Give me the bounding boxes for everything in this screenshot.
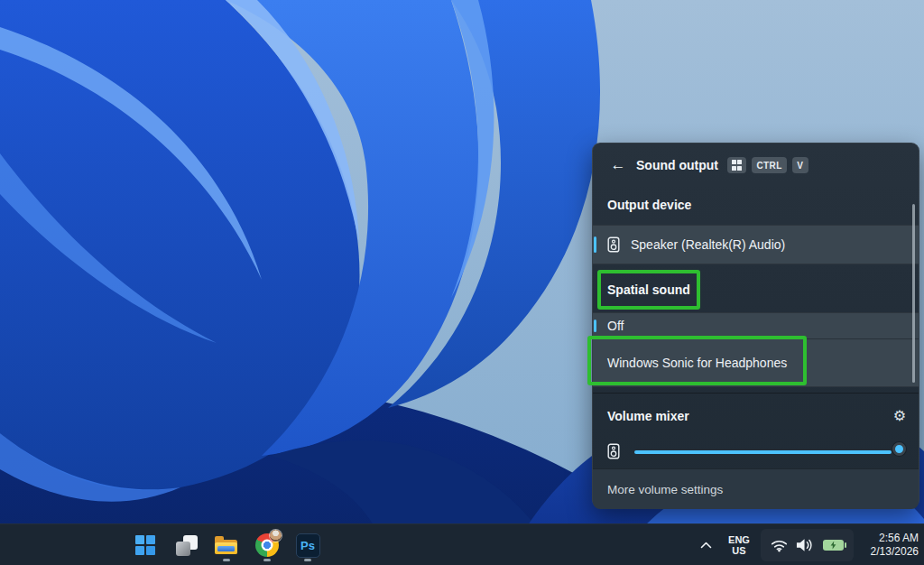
volume-slider-track[interactable] (634, 450, 892, 454)
taskbar: Ps ENG US (0, 523, 924, 565)
photoshop-icon: Ps (296, 533, 320, 558)
volume-slider-thumb[interactable] (892, 442, 906, 456)
flyout-title: Sound output (636, 158, 718, 172)
chrome-profile-avatar (270, 530, 282, 542)
desktop: ← Sound output CTRL V Output device (0, 0, 924, 565)
option-off-label: Off (607, 319, 624, 333)
spatial-option-off[interactable]: Off (593, 312, 919, 338)
volume-mixer-heading: Volume mixer (607, 409, 893, 423)
task-view-button[interactable] (168, 527, 204, 563)
volume-mixer-header: Volume mixer ⚙ (593, 403, 919, 429)
shortcut-keys: CTRL V (727, 157, 808, 173)
output-device-heading: Output device (607, 198, 691, 212)
back-arrow-icon: ← (611, 156, 626, 174)
more-volume-settings-link[interactable]: More volume settings (607, 483, 723, 496)
windows-key-badge (727, 157, 747, 173)
language-indicator[interactable]: ENG US (719, 534, 759, 557)
date-text: 2/13/2026 (863, 545, 919, 559)
spatial-sound-heading: Spatial sound (607, 282, 690, 297)
option-sonic-label: Windows Sonic for Headphones (607, 356, 787, 370)
wifi-icon (771, 539, 788, 552)
section-divider (593, 393, 919, 394)
file-explorer-icon (215, 535, 238, 555)
running-indicator (304, 559, 311, 561)
chrome-icon (255, 533, 279, 557)
selected-accent-bar (594, 320, 596, 332)
time-text: 2:56 AM (863, 532, 919, 545)
volume-icon (796, 538, 815, 552)
back-button[interactable]: ← (605, 153, 631, 178)
device-label: Speaker (Realtek(R) Audio) (631, 237, 785, 252)
flyout-header: ← Sound output CTRL V (593, 144, 919, 187)
device-row-speaker[interactable]: Speaker (Realtek(R) Audio) (593, 225, 919, 264)
taskbar-app-icons: Ps (127, 527, 326, 563)
language-line2: US (719, 545, 759, 557)
flyout-footer[interactable]: More volume settings (593, 468, 919, 509)
task-view-icon (175, 534, 198, 557)
windows-start-icon (135, 535, 155, 555)
chevron-up-icon (700, 542, 712, 549)
volume-slider-row (593, 439, 919, 466)
ctrl-key-badge: CTRL (752, 157, 786, 173)
tray-overflow-button[interactable] (692, 527, 719, 563)
running-indicator (223, 559, 230, 561)
network-volume-battery-button[interactable] (761, 529, 854, 561)
speaker-device-icon (607, 236, 620, 253)
running-indicator (263, 559, 271, 561)
flyout-scrollbar[interactable] (912, 204, 915, 383)
v-key-badge: V (792, 157, 808, 173)
sound-output-flyout: ← Sound output CTRL V Output device (592, 143, 919, 508)
chrome-button[interactable] (249, 527, 285, 563)
spatial-option-windows-sonic[interactable]: Windows Sonic for Headphones (593, 338, 919, 387)
language-line1: ENG (719, 534, 759, 546)
speaker-volume-icon (607, 443, 620, 459)
battery-charging-icon (823, 540, 844, 551)
annotation-box-spatial-sound: Spatial sound (597, 270, 700, 310)
system-tray: ENG US (692, 524, 919, 565)
gear-icon[interactable]: ⚙ (893, 409, 906, 423)
windows-logo-icon (732, 160, 743, 171)
start-button[interactable] (127, 527, 163, 563)
file-explorer-button[interactable] (208, 527, 245, 563)
photoshop-button[interactable]: Ps (290, 527, 326, 563)
selected-accent-bar (594, 236, 596, 253)
clock[interactable]: 2:56 AM 2/13/2026 (863, 532, 919, 559)
